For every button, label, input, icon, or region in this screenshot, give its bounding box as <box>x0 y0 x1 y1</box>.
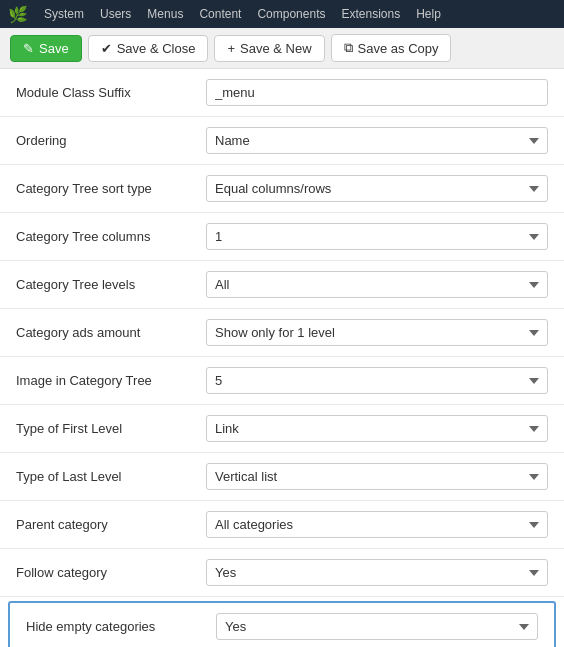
select-image-in-category-tree[interactable]: 5 <box>206 367 548 394</box>
control-category-tree-sort-type: Equal columns/rows <box>206 175 548 202</box>
form-content: Module Class Suffix Ordering Name Catego… <box>0 69 564 647</box>
save-button[interactable]: ✎ Save <box>10 35 82 62</box>
input-module-class-suffix[interactable] <box>206 79 548 106</box>
select-hide-empty-categories[interactable]: Yes <box>216 613 538 640</box>
control-ordering: Name <box>206 127 548 154</box>
label-type-of-last-level: Type of Last Level <box>16 469 206 484</box>
select-type-of-first-level[interactable]: Link <box>206 415 548 442</box>
nav-content[interactable]: Content <box>199 7 241 21</box>
field-type-of-last-level: Type of Last Level Vertical list <box>0 453 564 501</box>
save-label: Save <box>39 41 69 56</box>
control-parent-category: All categories <box>206 511 548 538</box>
select-category-tree-columns[interactable]: 1 <box>206 223 548 250</box>
save-copy-button[interactable]: ⧉ Save as Copy <box>331 34 452 62</box>
select-parent-category[interactable]: All categories <box>206 511 548 538</box>
save-close-label: Save & Close <box>117 41 196 56</box>
save-new-button[interactable]: + Save & New <box>214 35 324 62</box>
label-parent-category: Parent category <box>16 517 206 532</box>
label-category-tree-levels: Category Tree levels <box>16 277 206 292</box>
control-type-of-last-level: Vertical list <box>206 463 548 490</box>
nav-components[interactable]: Components <box>257 7 325 21</box>
select-type-of-last-level[interactable]: Vertical list <box>206 463 548 490</box>
select-category-tree-levels[interactable]: All <box>206 271 548 298</box>
plus-icon: + <box>227 41 235 56</box>
field-parent-category: Parent category All categories <box>0 501 564 549</box>
toolbar: ✎ Save ✔ Save & Close + Save & New ⧉ Sav… <box>0 28 564 69</box>
control-hide-empty-categories: Yes <box>216 613 538 640</box>
select-category-tree-sort-type[interactable]: Equal columns/rows <box>206 175 548 202</box>
label-image-in-category-tree: Image in Category Tree <box>16 373 206 388</box>
label-hide-empty-categories: Hide empty categories <box>26 619 216 634</box>
field-module-class-suffix: Module Class Suffix <box>0 69 564 117</box>
nav-users[interactable]: Users <box>100 7 131 21</box>
nav-system[interactable]: System <box>44 7 84 21</box>
label-module-class-suffix: Module Class Suffix <box>16 85 206 100</box>
field-image-in-category-tree: Image in Category Tree 5 <box>0 357 564 405</box>
nav-menus[interactable]: Menus <box>147 7 183 21</box>
control-image-in-category-tree: 5 <box>206 367 548 394</box>
select-ordering[interactable]: Name <box>206 127 548 154</box>
label-category-tree-sort-type: Category Tree sort type <box>16 181 206 196</box>
field-category-tree-levels: Category Tree levels All <box>0 261 564 309</box>
control-type-of-first-level: Link <box>206 415 548 442</box>
control-follow-category: Yes <box>206 559 548 586</box>
control-module-class-suffix <box>206 79 548 106</box>
field-category-ads-amount: Category ads amount Show only for 1 leve… <box>0 309 564 357</box>
control-category-tree-columns: 1 <box>206 223 548 250</box>
copy-icon: ⧉ <box>344 40 353 56</box>
field-type-of-first-level: Type of First Level Link <box>0 405 564 453</box>
field-follow-category: Follow category Yes <box>0 549 564 597</box>
save-new-label: Save & New <box>240 41 312 56</box>
label-follow-category: Follow category <box>16 565 206 580</box>
check-icon: ✔ <box>101 41 112 56</box>
topbar: 🌿 System Users Menus Content Components … <box>0 0 564 28</box>
field-ordering: Ordering Name <box>0 117 564 165</box>
save-icon: ✎ <box>23 41 34 56</box>
control-category-ads-amount: Show only for 1 level <box>206 319 548 346</box>
logo-icon: 🌿 <box>8 5 28 24</box>
control-category-tree-levels: All <box>206 271 548 298</box>
nav-help[interactable]: Help <box>416 7 441 21</box>
label-category-ads-amount: Category ads amount <box>16 325 206 340</box>
label-ordering: Ordering <box>16 133 206 148</box>
label-type-of-first-level: Type of First Level <box>16 421 206 436</box>
label-category-tree-columns: Category Tree columns <box>16 229 206 244</box>
nav-extensions[interactable]: Extensions <box>341 7 400 21</box>
save-copy-label: Save as Copy <box>358 41 439 56</box>
select-follow-category[interactable]: Yes <box>206 559 548 586</box>
field-category-tree-columns: Category Tree columns 1 <box>0 213 564 261</box>
select-category-ads-amount[interactable]: Show only for 1 level <box>206 319 548 346</box>
field-hide-empty-categories: Hide empty categories Yes <box>8 601 556 647</box>
field-category-tree-sort-type: Category Tree sort type Equal columns/ro… <box>0 165 564 213</box>
save-close-button[interactable]: ✔ Save & Close <box>88 35 209 62</box>
